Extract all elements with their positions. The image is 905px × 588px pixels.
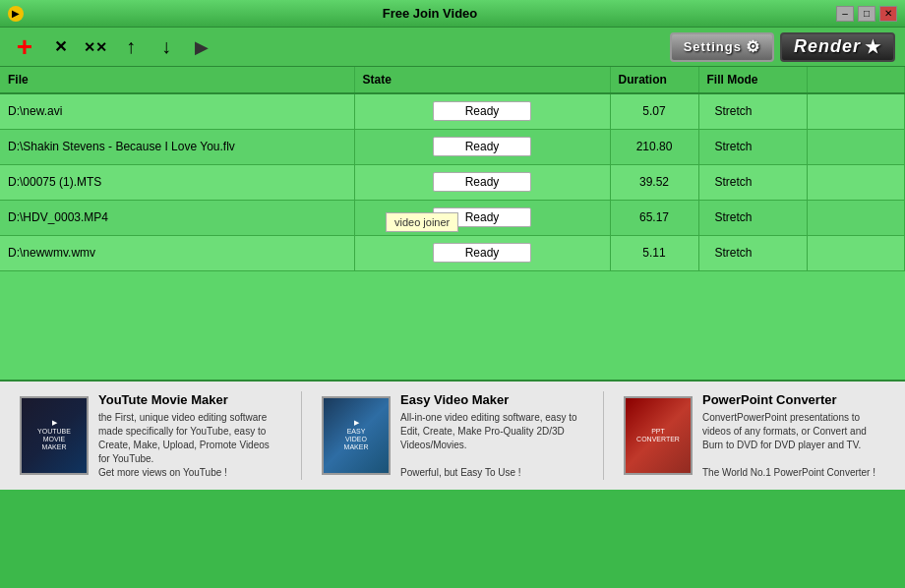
render-icon: ★ (865, 36, 881, 58)
close-button[interactable]: ✕ (879, 6, 897, 22)
cell-fillmode: Stretch (698, 164, 807, 200)
ad-title-easy: Easy Video Maker (400, 392, 583, 407)
cell-extra (807, 235, 905, 270)
table-row[interactable]: D:\new.avi Ready 5.07 Stretch (0, 93, 905, 129)
ad-desc-ppt: ConvertPowerPoint presentations to video… (702, 411, 885, 480)
state-badge: Ready (433, 243, 531, 263)
table-row[interactable]: D:\00075 (1).MTS Ready 39.52 Stretch (0, 164, 905, 200)
ad-item-youtube: ▶YOUTUBEMOVIEMAKER YouTute Movie Maker t… (20, 392, 281, 480)
cell-duration: 5.07 (610, 93, 698, 129)
col-header-fillmode: Fill Mode (698, 67, 807, 93)
cell-state: Ready (354, 200, 610, 235)
cell-state: Ready (354, 93, 610, 129)
table-row[interactable]: D:\HDV_0003.MP4 Ready 65.17 Stretch (0, 200, 905, 235)
settings-icon: ⚙ (746, 37, 760, 56)
move-up-button[interactable]: ↑ (116, 32, 146, 62)
delete-button[interactable]: ✕ (45, 32, 75, 62)
file-list-container: File State Duration Fill Mode D:\new.avi… (0, 67, 905, 382)
state-badge: Ready (433, 101, 531, 121)
add-file-button[interactable]: + (10, 32, 39, 62)
cell-extra (807, 200, 905, 235)
col-header-extra (807, 67, 905, 93)
state-badge: Ready (433, 207, 531, 227)
ad-text-youtube: YouTute Movie Maker the First, unique vi… (98, 392, 281, 480)
cell-extra (807, 93, 905, 129)
play-button[interactable]: ▶ (187, 32, 216, 62)
cell-duration: 65.17 (610, 200, 698, 235)
ad-area: ▶YOUTUBEMOVIEMAKER YouTute Movie Maker t… (0, 382, 905, 490)
cell-fillmode: Stretch (698, 200, 807, 235)
ad-text-ppt: PowerPoint Converter ConvertPowerPoint p… (702, 392, 885, 480)
cell-fillmode: Stretch (698, 235, 807, 270)
ad-title-youtube: YouTute Movie Maker (98, 392, 281, 407)
render-button[interactable]: Render ★ (780, 32, 895, 62)
cell-duration: 39.52 (610, 164, 698, 200)
col-header-duration: Duration (610, 67, 698, 93)
ad-thumb-youtube: ▶YOUTUBEMOVIEMAKER (20, 396, 89, 475)
ad-item-ppt: PPTCONVERTER PowerPoint Converter Conver… (624, 392, 885, 480)
cell-fillmode: Stretch (698, 129, 807, 164)
cell-extra (807, 164, 905, 200)
state-badge: Ready (433, 172, 531, 192)
ad-thumb-ppt: PPTCONVERTER (624, 396, 693, 475)
ad-text-easy: Easy Video Maker All-in-one video editin… (400, 392, 583, 480)
ad-thumb-easy: ▶EASYVIDEOMAKER (322, 396, 391, 475)
window-controls: – □ ✕ (836, 6, 897, 22)
file-table: File State Duration Fill Mode D:\new.avi… (0, 67, 905, 271)
cell-duration: 5.11 (610, 235, 698, 270)
cell-extra (807, 129, 905, 164)
state-badge: Ready (433, 137, 531, 156)
delete-all-button[interactable]: ✕✕ (81, 32, 110, 62)
cell-fillmode: Stretch (698, 93, 807, 129)
cell-state: Ready (354, 235, 610, 270)
maximize-button[interactable]: □ (858, 6, 875, 22)
cell-duration: 210.80 (610, 129, 698, 164)
cell-file: D:\HDV_0003.MP4 (0, 200, 354, 235)
table-row[interactable]: D:\newwmv.wmv Ready 5.11 Stretch (0, 235, 905, 270)
col-header-file: File (0, 67, 354, 93)
cell-state: Ready (354, 164, 610, 200)
ad-divider-1 (301, 391, 302, 480)
title-bar: ▶ Free Join Video – □ ✕ (0, 0, 905, 28)
ad-divider-2 (603, 391, 604, 480)
app-icon: ▶ (8, 6, 24, 22)
cell-file: D:\newwmv.wmv (0, 235, 354, 270)
col-header-state: State (354, 67, 610, 93)
cell-state: Ready (354, 129, 610, 164)
cell-file: D:\Shakin Stevens - Because I Love You.f… (0, 129, 354, 164)
ad-item-easy: ▶EASYVIDEOMAKER Easy Video Maker All-in-… (322, 392, 583, 480)
move-down-button[interactable]: ↓ (151, 32, 181, 62)
minimize-button[interactable]: – (836, 6, 854, 22)
ad-title-ppt: PowerPoint Converter (702, 392, 885, 407)
ad-desc-easy: All-in-one video editing software, easy … (400, 411, 583, 480)
ad-desc-youtube: the First, unique video editing software… (98, 411, 281, 480)
settings-button[interactable]: Settings ⚙ (670, 32, 774, 62)
cell-file: D:\new.avi (0, 93, 354, 129)
toolbar: + ✕ ✕✕ ↑ ↓ ▶ Settings ⚙ Render ★ (0, 28, 905, 67)
render-label: Render (794, 36, 861, 57)
cell-file: D:\00075 (1).MTS (0, 164, 354, 200)
window-title: Free Join Video (24, 6, 836, 21)
table-row[interactable]: D:\Shakin Stevens - Because I Love You.f… (0, 129, 905, 164)
